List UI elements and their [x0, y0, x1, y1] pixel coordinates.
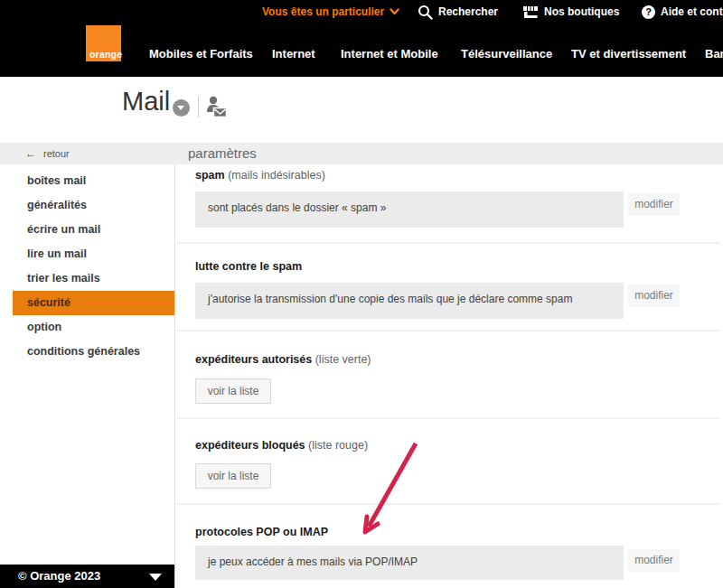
green-list-view-button[interactable]: voir la liste	[195, 378, 271, 404]
lutte-spam-modify-button[interactable]: modifier	[628, 285, 680, 307]
section-header-bar	[0, 143, 723, 164]
lutte-spam-value-box: j'autorise la transmission d'une copie d…	[195, 283, 624, 319]
chevron-down-icon	[390, 8, 399, 15]
orange-logo-text: orange	[89, 49, 122, 60]
section-title-text: lutte contre le spam	[195, 260, 302, 273]
mail-dropdown-button[interactable]	[173, 99, 190, 117]
shops-label: Nos boutiques	[544, 5, 619, 18]
section-title-text: expéditeurs autorisés	[195, 353, 312, 366]
search-icon	[418, 5, 433, 20]
red-list-view-button[interactable]: voir la liste	[195, 463, 271, 489]
settings-main: spam (mails indésirables) sont placés da…	[176, 164, 723, 588]
footer-collapse-icon[interactable]	[149, 574, 162, 581]
title-divider	[198, 97, 199, 117]
protocoles-value-box: je peux accéder à mes mails via POP/IMAP	[195, 546, 624, 580]
section-title-expediteurs-bloques: expéditeurs bloqués (liste rouge)	[195, 439, 368, 452]
sidebar-divider	[174, 164, 175, 588]
section-title-suffix: (liste verte)	[315, 353, 371, 366]
section-title-suffix: (mails indésirables)	[228, 169, 325, 182]
back-arrow-icon: ←	[25, 147, 36, 160]
section-title-text: spam	[195, 169, 225, 182]
copyright-text: © Orange 2023	[18, 565, 100, 588]
settings-sidebar: boîtes mail généralités écrire un mail l…	[0, 169, 174, 364]
audience-label: Vous êtes un particulier	[262, 5, 384, 18]
nav-banque[interactable]: Banque	[705, 47, 723, 61]
section-title-protocoles: protocoles POP ou IMAP	[195, 526, 328, 538]
sidebar-item-boites-mail[interactable]: boîtes mail	[0, 169, 174, 193]
section-title-text: protocoles POP ou IMAP	[195, 526, 328, 538]
search-label: Rechercher	[438, 5, 498, 18]
section-title-text: expéditeurs bloqués	[195, 439, 305, 452]
section-title-spam: spam (mails indésirables)	[195, 169, 325, 182]
section-divider	[176, 503, 720, 505]
sidebar-item-securite[interactable]: sécurité	[13, 291, 174, 315]
page-title: Mail	[122, 87, 170, 117]
nav-tv-et-divertissement[interactable]: TV et divertissement	[571, 47, 686, 61]
section-divider	[176, 330, 720, 331]
sidebar-item-trier-les-mails[interactable]: trier les mails	[0, 266, 174, 291]
footer-bar: © Orange 2023	[0, 565, 174, 588]
shops-button[interactable]: Nos boutiques	[522, 4, 619, 20]
section-title-expediteurs-autorises: expéditeurs autorisés (liste verte)	[195, 353, 371, 366]
search-button[interactable]: Rechercher	[418, 4, 498, 20]
nav-internet[interactable]: Internet	[272, 47, 315, 61]
top-header: Vous êtes un particulier Rechercher Nos …	[0, 0, 723, 77]
sidebar-item-generalites[interactable]: généralités	[0, 193, 174, 218]
nav-mobiles-et-forfaits[interactable]: Mobiles et Forfaits	[149, 47, 253, 61]
help-button[interactable]: ? Aide et contact	[642, 4, 723, 20]
section-divider	[176, 417, 720, 419]
back-link[interactable]: ←retour	[25, 143, 70, 164]
sidebar-item-option[interactable]: option	[0, 315, 174, 340]
audience-selector[interactable]: Vous êtes un particulier	[262, 4, 399, 20]
section-title-suffix: (liste rouge)	[308, 439, 368, 452]
nav-telesurveillance[interactable]: Télésurveillance	[461, 47, 552, 61]
section-title-lutte-spam: lutte contre le spam	[195, 260, 302, 273]
help-icon: ?	[642, 5, 655, 19]
nav-internet-et-mobile[interactable]: Internet et Mobile	[341, 47, 438, 61]
parameters-heading: paramètres	[188, 143, 257, 164]
spam-modify-button[interactable]: modifier	[628, 193, 680, 216]
back-label: retour	[43, 148, 70, 159]
orange-logo[interactable]: orange	[86, 25, 121, 61]
help-label: Aide et contact	[661, 5, 723, 18]
sidebar-item-conditions-generales[interactable]: conditions générales	[0, 340, 174, 364]
storefront-icon	[522, 5, 539, 19]
orange-mail-settings-page: Vous êtes un particulier Rechercher Nos …	[0, 0, 723, 588]
spam-value-box: sont placés dans le dossier « spam »	[195, 191, 624, 228]
sidebar-item-ecrire-un-mail[interactable]: écrire un mail	[0, 218, 174, 242]
sidebar-item-lire-un-mail[interactable]: lire un mail	[0, 242, 174, 266]
contacts-icon[interactable]	[205, 95, 228, 123]
section-divider	[176, 242, 720, 244]
protocoles-modify-button[interactable]: modifier	[628, 549, 680, 572]
